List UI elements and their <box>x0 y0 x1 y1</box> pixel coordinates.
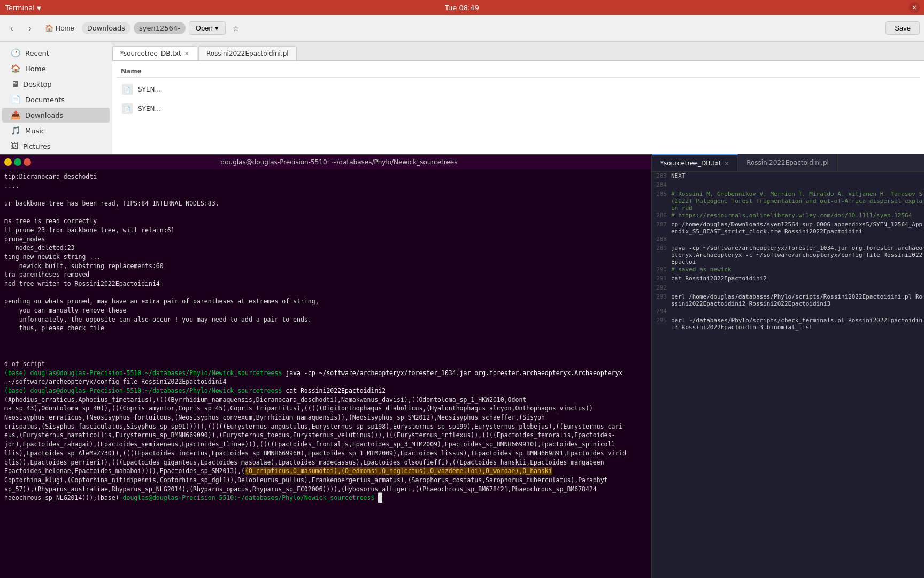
bookmark-button[interactable]: ☆ <box>229 21 244 36</box>
editor-tab-rossini-label: Rossini2022Epactoidini.pl <box>746 159 829 166</box>
code-line-291: 291 cat Rossini2022Epactoidini2 <box>652 275 924 284</box>
forward-button[interactable]: › <box>22 21 37 36</box>
terminal-prompt-line: (base) douglas@douglas-Precision-5510:~/… <box>4 369 647 378</box>
terminal-body[interactable]: tip:Dicranocara_deschodti .... ur backbo… <box>0 169 651 578</box>
file-name-2: SYEN... <box>138 105 161 112</box>
terminal-line <box>4 333 647 342</box>
editor-tab-sourcetree-label: *sourcetree_DB.txt <box>660 159 721 167</box>
editor-tab-sourcetree-close[interactable]: ✕ <box>725 161 729 166</box>
sidebar-label-recent: Recent <box>25 49 49 57</box>
terminal-line: ur backbone tree has been read, TIPS:84 … <box>4 199 647 208</box>
documents-icon: 📄 <box>11 95 21 104</box>
terminal-line: .... <box>4 181 647 191</box>
code-line-294: 294 <box>652 307 924 316</box>
fm-toolbar: ‹ › 🏠 Home Downloads syen12564- Open ▾ ☆… <box>0 15 924 42</box>
tab-rossini[interactable]: Rossini2022Epactoidini.pl <box>198 46 297 60</box>
terminal-line <box>4 351 647 360</box>
fm-tabs: *sourcetree_DB.txt ✕ Rossini2022Epactoid… <box>112 42 924 61</box>
sidebar-item-pictures[interactable]: 🖼 Pictures <box>2 139 110 154</box>
tab-sourcetree[interactable]: *sourcetree_DB.txt ✕ <box>112 46 197 60</box>
terminal-line <box>4 208 647 217</box>
close-button[interactable]: ✕ <box>909 2 920 13</box>
home-breadcrumb[interactable]: 🏠 Home <box>41 22 79 34</box>
home-label: Home <box>56 24 74 32</box>
back-button[interactable]: ‹ <box>4 21 19 36</box>
sidebar-item-downloads[interactable]: 📥 Downloads <box>2 108 110 123</box>
code-line-288: 288 <box>652 235 924 244</box>
sidebar-item-home[interactable]: 🏠 Home <box>2 61 110 76</box>
terminal-section: douglas@douglas-Precision-5510: ~/databa… <box>0 154 651 578</box>
sidebar-label-home: Home <box>25 65 45 73</box>
terminal-line: eus,(Eurysternus_hamaticollis,Eurysternu… <box>4 431 647 440</box>
code-line-284: 284 <box>652 181 924 190</box>
desktop-icon: 🖥 <box>11 79 19 89</box>
close-window-button[interactable] <box>24 158 31 166</box>
app-name: Terminal ▼ <box>5 4 41 12</box>
file-img-2: 📄 <box>122 103 133 114</box>
open-button[interactable]: Open ▾ <box>189 21 226 35</box>
sidebar-item-music[interactable]: 🎵 Music <box>2 123 110 138</box>
terminal-line: haeochrous_sp_NLG2014)));(base) douglas@… <box>4 493 647 503</box>
fm-sidebar: 🕐 Recent 🏠 Home 🖥 Desktop 📄 Documents 📥 … <box>0 42 112 154</box>
terminal-prompt: (base) douglas@douglas-Precision-5510:~/… <box>4 369 282 377</box>
file-item-2[interactable]: 📄 SYEN... <box>117 99 920 118</box>
terminal-line: you can manually remove these <box>4 306 647 315</box>
downloads-breadcrumb[interactable]: Downloads <box>82 22 130 34</box>
file-item-1[interactable]: 📄 SYEN... <box>117 80 920 99</box>
main-area: douglas@douglas-Precision-5510: ~/databa… <box>0 154 924 578</box>
code-line-285: 285 # Rossini M, Grebennikov V, Merrien … <box>652 190 924 211</box>
home-icon: 🏠 <box>45 24 53 32</box>
terminal-line <box>4 190 647 199</box>
sidebar-label-downloads: Downloads <box>25 111 63 119</box>
terminal-line: llis),Epactoides_sp_AleMaZ7301),((((Epac… <box>4 449 647 458</box>
code-line-290: 290 # saved as newick <box>652 265 924 275</box>
downloads-icon: 📥 <box>11 110 21 120</box>
terminal-final-prompt: douglas@douglas-Precision-5510:~/databas… <box>123 494 375 501</box>
code-line-287: 287 cp /home/douglas/Downloads/syen12564… <box>652 220 924 235</box>
user-breadcrumb[interactable]: syen12564- <box>134 22 186 34</box>
terminal-line: Neosisyphus_erraticus,(Neosisyphus_fortu… <box>4 413 647 422</box>
terminal-line: newick built, substring replacements:60 <box>4 262 647 271</box>
terminal-line: d of script <box>4 360 647 369</box>
sidebar-label-pictures: Pictures <box>23 142 50 150</box>
file-img-1: 📄 <box>122 84 133 95</box>
clock: Tue 08:49 <box>445 4 479 12</box>
editor-tabs: *sourcetree_DB.txt ✕ Rossini2022Epactoid… <box>652 154 924 172</box>
terminal-line: prune_nodes <box>4 235 647 244</box>
maximize-button[interactable] <box>14 158 21 166</box>
fm-content: 🕐 Recent 🏠 Home 🖥 Desktop 📄 Documents 📥 … <box>0 42 924 154</box>
tab-sourcetree-close[interactable]: ✕ <box>184 50 189 57</box>
terminal-line: tra parentheses removed <box>4 270 647 279</box>
file-icon-1: 📄 <box>121 83 134 96</box>
terminal-prompt-line-2: (base) douglas@douglas-Precision-5510:~/… <box>4 386 647 396</box>
editor-tab-rossini[interactable]: Rossini2022Epactoidini.pl <box>738 154 838 171</box>
sidebar-item-recent[interactable]: 🕐 Recent <box>2 45 110 60</box>
sidebar-item-desktop[interactable]: 🖥 Desktop <box>2 77 110 92</box>
terminal-prompt-2: (base) douglas@douglas-Precision-5510:~/… <box>4 387 282 394</box>
terminal-line <box>4 288 647 298</box>
editor-body[interactable]: 283 NEXT 284 285 # Rossini M, Grebenniko… <box>652 172 924 578</box>
open-label: Open <box>196 24 213 32</box>
terminal-line: ll prune 23 from backbone tree, will ret… <box>4 226 647 235</box>
tab-rossini-label: Rossini2022Epactoidini.pl <box>206 50 289 57</box>
fm-tabs-area: *sourcetree_DB.txt ✕ Rossini2022Epactoid… <box>112 42 924 154</box>
sidebar-label-desktop: Desktop <box>23 80 52 88</box>
file-manager: ‹ › 🏠 Home Downloads syen12564- Open ▾ ☆… <box>0 15 924 154</box>
terminal-line: unforunately, the opposite can also occu… <box>4 315 647 324</box>
terminal-line: crispatus,(Sisyphus_fasciculatus,Sisyphu… <box>4 422 647 431</box>
editor-tab-sourcetree[interactable]: *sourcetree_DB.txt ✕ <box>652 154 738 171</box>
sidebar-item-documents[interactable]: 📄 Documents <box>2 92 110 107</box>
column-header: Name <box>117 65 920 78</box>
terminal-cmd-2: cat Rossini2022Epactoidini2 <box>286 387 386 394</box>
sidebar-label-documents: Documents <box>25 96 65 104</box>
save-button[interactable]: Save <box>886 21 920 35</box>
app-label: Terminal <box>5 4 35 12</box>
topbar: Terminal ▼ Tue 08:49 ✕ <box>0 0 924 15</box>
code-line-286: 286 # https://resjournals.onlinelibrary.… <box>652 211 924 220</box>
terminal-line: nodes_deleted:23 <box>4 244 647 253</box>
fm-filelist: Name 📄 SYEN... 📄 SYEN... <box>112 61 924 154</box>
terminal-line: jor),Epactoides_rahagai),(Epactoides_sem… <box>4 440 647 449</box>
code-line-293: 293 perl /home/douglas/databases/Phylo/s… <box>652 293 924 307</box>
terminal-line: pending on whats pruned, may have an ext… <box>4 297 647 306</box>
minimize-button[interactable] <box>4 158 12 166</box>
